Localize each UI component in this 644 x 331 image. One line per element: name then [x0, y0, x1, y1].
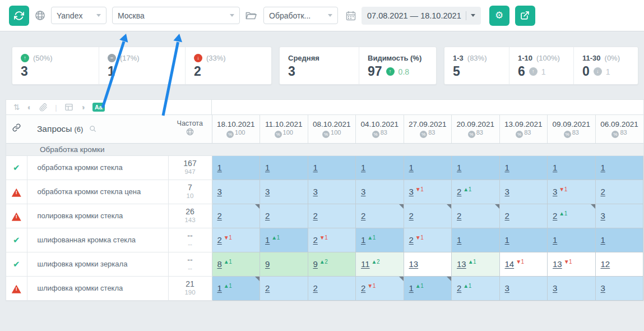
position-value[interactable]: 13 — [553, 259, 562, 269]
position-cell[interactable]: 3 — [595, 276, 643, 300]
position-cell[interactable]: 2 — [356, 204, 404, 228]
position-cell[interactable]: 2▼1 — [308, 228, 356, 252]
date-column-header[interactable]: 09.09.2021%83 — [548, 115, 596, 143]
position-value[interactable]: 1 — [361, 235, 365, 245]
position-value[interactable]: 1 — [265, 235, 270, 245]
position-value[interactable]: 2 — [217, 211, 222, 220]
position-value[interactable]: 11 — [361, 259, 370, 269]
position-cell[interactable]: 13 — [404, 252, 452, 276]
position-cell[interactable]: 1 — [452, 155, 500, 180]
folder-icon[interactable] — [245, 11, 257, 20]
position-cell[interactable]: 2▲1 — [452, 276, 500, 300]
position-value[interactable]: 1 — [361, 163, 365, 172]
position-cell[interactable]: 1▲1 — [356, 228, 404, 252]
position-cell[interactable]: 3 — [499, 180, 548, 204]
table-layout-icon[interactable] — [64, 103, 73, 112]
position-value[interactable]: 2 — [361, 211, 365, 220]
position-value[interactable]: 1 — [409, 163, 414, 172]
position-cell[interactable]: 1 — [356, 155, 404, 180]
half-circle-icon[interactable]: ◑ — [81, 103, 85, 111]
refresh-button[interactable] — [9, 6, 29, 26]
position-value[interactable]: 1 — [265, 163, 270, 172]
date-column-header[interactable]: 04.10.2021%83 — [356, 115, 404, 143]
position-value[interactable]: 3 — [217, 187, 222, 196]
position-value[interactable]: 3 — [553, 283, 557, 293]
position-value[interactable]: 2 — [361, 283, 365, 293]
date-column-header[interactable]: 20.09.2021%83 — [452, 115, 500, 143]
settings-button[interactable]: ⚙ — [489, 6, 509, 26]
position-value[interactable]: 2 — [457, 283, 461, 293]
position-value[interactable]: 2 — [601, 187, 605, 196]
position-cell[interactable]: 2▼1 — [404, 228, 452, 252]
position-value[interactable]: 1 — [505, 235, 509, 245]
project-select[interactable]: Обработк... — [263, 7, 338, 24]
position-value[interactable]: 1 — [553, 235, 557, 245]
export-button[interactable] — [515, 6, 535, 26]
position-cell[interactable]: 1▲1 — [404, 276, 452, 300]
position-value[interactable]: 2 — [313, 235, 318, 245]
position-cell[interactable]: 1 — [595, 228, 643, 252]
position-cell[interactable]: 2 — [499, 204, 548, 228]
region-select[interactable]: Москва — [112, 7, 240, 24]
position-cell[interactable]: 3 — [548, 276, 596, 300]
search-engine-select[interactable]: Yandex — [51, 7, 106, 24]
position-cell[interactable]: 2 — [260, 204, 308, 228]
position-cell[interactable]: 2 — [212, 204, 260, 228]
date-column-header[interactable]: 06.09.2021%83 — [595, 115, 643, 143]
position-cell[interactable]: 3 — [212, 180, 260, 204]
date-range-picker[interactable]: 07.08.2021 — 18.10.2021 — [362, 7, 481, 25]
contrast-circle-icon[interactable]: ◐ — [27, 103, 32, 111]
position-value[interactable]: 8 — [217, 259, 222, 269]
position-cell[interactable]: 12 — [595, 252, 643, 276]
position-value[interactable]: 1 — [601, 163, 605, 172]
position-value[interactable]: 13 — [457, 259, 466, 269]
position-value[interactable]: 1 — [313, 163, 318, 172]
position-value[interactable]: 1 — [217, 283, 222, 293]
position-cell[interactable]: 2▼1 — [212, 228, 260, 252]
position-cell[interactable]: 3 — [595, 204, 643, 228]
keyword-cell[interactable]: шлифованная кромка стекла — [27, 228, 168, 252]
position-cell[interactable]: 1 — [499, 228, 548, 252]
position-cell[interactable]: 1 — [308, 155, 356, 180]
date-column-header[interactable]: 27.09.2021%83 — [404, 115, 452, 143]
position-value[interactable]: 12 — [601, 259, 610, 269]
position-value[interactable]: 14 — [505, 259, 515, 269]
position-cell[interactable]: 9▲2 — [308, 252, 356, 276]
search-icon[interactable] — [89, 125, 96, 132]
position-cell[interactable]: 2 — [308, 204, 356, 228]
position-cell[interactable]: 1▲1 — [260, 228, 308, 252]
keyword-cell[interactable]: обработка кромки стекла цена — [27, 180, 168, 204]
position-cell[interactable]: 1 — [404, 155, 452, 180]
position-value[interactable]: 3 — [265, 187, 270, 196]
position-cell[interactable]: 1 — [212, 155, 260, 180]
position-value[interactable]: 3 — [505, 283, 509, 293]
position-cell[interactable]: 13▲1 — [452, 252, 500, 276]
position-value[interactable]: 1 — [457, 235, 461, 245]
date-column-header[interactable]: 18.10.2021%100 — [212, 115, 260, 143]
queries-column-header[interactable]: Запросы(6) — [27, 115, 168, 143]
position-value[interactable]: 2 — [409, 235, 414, 245]
position-value[interactable]: 1 — [217, 163, 222, 172]
position-cell[interactable]: 3 — [260, 180, 308, 204]
position-value[interactable]: 2 — [265, 211, 270, 220]
position-value[interactable]: 2 — [505, 211, 509, 220]
position-cell[interactable]: 14▼1 — [499, 252, 548, 276]
position-cell[interactable]: 1 — [595, 155, 643, 180]
position-cell[interactable]: 13▼1 — [548, 252, 596, 276]
position-value[interactable]: 9 — [265, 259, 270, 269]
position-cell[interactable]: 2 — [404, 204, 452, 228]
keyword-cell[interactable]: шлифовка кромки стекла — [27, 276, 168, 300]
keyword-cell[interactable]: шлифовка кромки зеркала — [27, 252, 168, 276]
position-cell[interactable]: 1 — [548, 155, 596, 180]
position-value[interactable]: 3 — [361, 187, 365, 196]
link-column-header[interactable] — [6, 115, 27, 143]
position-value[interactable]: 2 — [217, 235, 222, 245]
position-value[interactable]: 13 — [409, 259, 419, 269]
position-cell[interactable]: 3 — [308, 180, 356, 204]
position-cell[interactable]: 3 — [356, 180, 404, 204]
position-cell[interactable]: 3▼1 — [548, 180, 596, 204]
position-cell[interactable]: 1▲1 — [212, 276, 260, 300]
date-column-header[interactable]: 08.10.2021%100 — [308, 115, 356, 143]
position-value[interactable]: 3 — [505, 187, 509, 196]
position-value[interactable]: 3 — [553, 187, 557, 196]
